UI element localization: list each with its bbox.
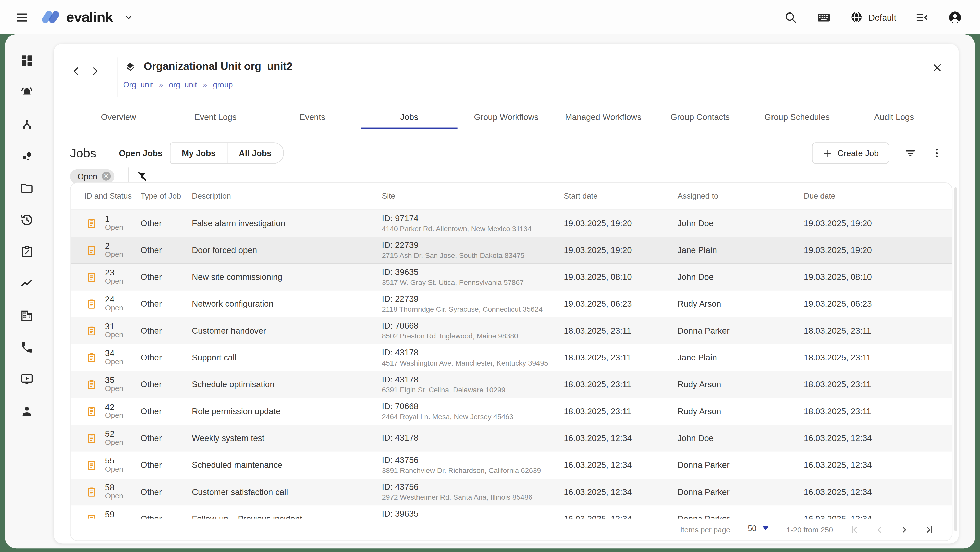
- table-row[interactable]: 23 Open Other New site commissioning ID:…: [71, 263, 952, 290]
- site-address: 2972 Westheimer Rd. Santa Ana, Illinois …: [382, 493, 564, 502]
- tab[interactable]: Audit Logs: [845, 106, 942, 129]
- job-due-date: 19.03.2025, 19:20: [803, 219, 937, 228]
- next-page-icon[interactable]: [899, 525, 909, 535]
- user-icon[interactable]: [19, 403, 35, 419]
- tab[interactable]: Group Contacts: [652, 106, 749, 129]
- table-row[interactable]: 55 Open Other Scheduled maintenance ID: …: [71, 452, 952, 479]
- tab-bar: Overview Event Logs Events Jobs Group Wo…: [54, 106, 959, 129]
- tab[interactable]: Jobs: [361, 106, 458, 129]
- job-type: Other: [141, 326, 192, 335]
- table-row[interactable]: 52 Open Other Weekly system test ID: 431…: [71, 425, 952, 452]
- breadcrumb-separator: »: [159, 80, 163, 89]
- job-assignee: John Doe: [678, 273, 804, 282]
- breadcrumb-org-unit-2[interactable]: org_unit: [169, 80, 197, 89]
- companies-building-icon[interactable]: [19, 308, 35, 323]
- site-address: 6391 Elgin St. Celina, Delaware 10299: [382, 385, 564, 394]
- job-assignee: Donna Parker: [678, 460, 804, 470]
- job-clipboard-icon: [86, 272, 97, 282]
- table-row[interactable]: 42 Open Other Role permission update ID:…: [71, 398, 952, 425]
- filter-off-icon[interactable]: [136, 170, 148, 182]
- job-clipboard-icon: [86, 218, 97, 229]
- job-due-date: 19.03.2025, 08:10: [803, 273, 937, 282]
- table-row[interactable]: 58 Open Other Customer satisfaction call…: [71, 479, 952, 505]
- job-assignee: Jane Plain: [678, 353, 804, 362]
- job-type: Other: [141, 407, 192, 416]
- toggle-my-jobs[interactable]: My Jobs: [171, 143, 227, 163]
- site-address: 4140 Parker Rd. Allentown, New Mexico 31…: [382, 224, 564, 233]
- table-row[interactable]: 2 Open Other Door forced open ID: 22739 …: [71, 237, 952, 263]
- layers-icon: [124, 61, 136, 73]
- tab[interactable]: Managed Workflows: [555, 106, 652, 129]
- first-page-icon[interactable]: [850, 525, 859, 535]
- toggle-all-jobs[interactable]: All Jobs: [227, 143, 283, 163]
- kebab-menu-icon[interactable]: [931, 148, 942, 159]
- tab[interactable]: Group Schedules: [749, 106, 845, 129]
- job-assignee: Jane Plain: [678, 245, 804, 255]
- breadcrumb-org-unit[interactable]: Org_unit: [123, 80, 153, 89]
- table-row[interactable]: 24 Open Other Network configuration ID: …: [71, 290, 952, 317]
- job-due-date: 18.03.2025, 23:11: [803, 326, 937, 335]
- job-clipboard-icon: [86, 406, 97, 417]
- phone-icon[interactable]: [19, 340, 35, 355]
- hamburger-menu-icon[interactable]: [15, 10, 29, 24]
- list-collapse-icon[interactable]: [915, 10, 929, 24]
- site-address: 2464 Royal Ln. Mesa, New Jersey 45463: [382, 412, 564, 421]
- back-arrow-icon[interactable]: [71, 66, 81, 76]
- filter-chip-label: Open: [78, 171, 97, 181]
- job-description: Network configuration: [192, 299, 382, 309]
- scrollbar[interactable]: [955, 187, 957, 531]
- account-icon[interactable]: [948, 10, 963, 25]
- filter-icon[interactable]: [904, 147, 916, 159]
- table-row[interactable]: 1 Open Other False alarm investigation I…: [71, 210, 952, 237]
- job-start-date: 16.03.2025, 12:34: [564, 460, 678, 470]
- keyboard-icon[interactable]: [816, 10, 831, 25]
- pagination-range: 1-20 from 250: [787, 525, 833, 534]
- job-start-date: 18.03.2025, 23:11: [564, 380, 678, 389]
- job-start-date: 16.03.2025, 12:34: [564, 434, 678, 443]
- brand-chevron-down-icon[interactable]: [124, 13, 133, 21]
- job-due-date: 18.03.2025, 23:11: [803, 353, 937, 362]
- toggle-open-jobs[interactable]: Open Jobs: [119, 149, 162, 158]
- job-id: 2: [105, 241, 123, 251]
- job-clipboard-icon: [86, 299, 97, 309]
- job-type: Other: [141, 434, 192, 443]
- dashboard-icon[interactable]: [19, 53, 35, 68]
- table-row[interactable]: 34 Open Other Support call ID: 43178 451…: [71, 344, 952, 371]
- tab[interactable]: Overview: [70, 106, 167, 129]
- tab[interactable]: Event Logs: [167, 106, 264, 129]
- site-address: 8502 Preston Rd. Inglewood, Maine 98380: [382, 332, 564, 341]
- table-row[interactable]: 35 Open Other Schedule optimisation ID: …: [71, 371, 952, 398]
- alarms-bell-icon[interactable]: [19, 85, 35, 100]
- forward-arrow-icon[interactable]: [90, 66, 100, 76]
- history-icon[interactable]: [19, 213, 35, 228]
- brand-name: evalink: [66, 9, 113, 25]
- workspace-switcher[interactable]: Default: [850, 11, 896, 24]
- tab[interactable]: Group Workflows: [458, 106, 555, 129]
- create-job-button[interactable]: Create Job: [812, 142, 889, 163]
- evalink-app: evalink Default: [0, 0, 980, 552]
- job-id: 59: [105, 510, 123, 519]
- close-icon[interactable]: [932, 62, 942, 73]
- folder-icon[interactable]: [19, 181, 35, 196]
- job-start-date: 18.03.2025, 23:11: [564, 353, 678, 362]
- table-row[interactable]: 59 Open Other Follow-up – Previous incid…: [71, 505, 952, 520]
- last-page-icon[interactable]: [924, 525, 934, 535]
- filter-chip-open[interactable]: Open ✕: [70, 169, 114, 183]
- media-display-icon[interactable]: [19, 372, 35, 387]
- col-due-date: Due date: [803, 192, 937, 200]
- tab[interactable]: Events: [264, 106, 361, 129]
- topbar: evalink Default: [0, 0, 980, 35]
- jobs-clipboard-icon[interactable]: [19, 244, 35, 259]
- items-per-page-select[interactable]: 50: [746, 524, 770, 535]
- breadcrumb: Org_unit » org_unit » group: [123, 80, 233, 89]
- breadcrumb-group[interactable]: group: [213, 80, 233, 89]
- col-assigned-to: Assigned to: [678, 192, 804, 200]
- trend-chart-icon[interactable]: [19, 276, 35, 291]
- table-row[interactable]: 31 Open Other Customer handover ID: 7066…: [71, 317, 952, 344]
- search-icon[interactable]: [783, 10, 797, 24]
- previous-page-icon[interactable]: [874, 525, 884, 535]
- device-tree-icon[interactable]: [19, 117, 35, 132]
- bubble-chart-icon[interactable]: [19, 149, 35, 164]
- chip-remove-icon[interactable]: ✕: [102, 172, 110, 180]
- evalink-logo[interactable]: evalink: [40, 8, 113, 27]
